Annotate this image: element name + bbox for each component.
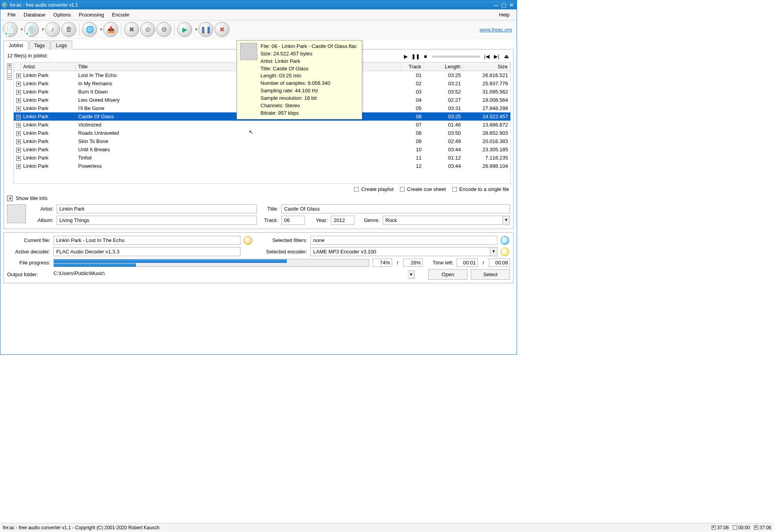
cell-track: 08 xyxy=(400,130,424,136)
player-pause-icon[interactable]: ❚❚ xyxy=(411,52,420,61)
cell-track: 05 xyxy=(400,105,424,112)
clear-button[interactable]: 🗑 xyxy=(61,22,76,37)
cell-artist: Linkin Park xyxy=(21,105,76,112)
album-input[interactable] xyxy=(57,216,257,225)
cell-size: 7.116.235 xyxy=(463,154,510,161)
table-row[interactable]: ✕Linkin ParkRoads Untraveled0803:5028.65… xyxy=(14,129,510,137)
settings-config-button[interactable]: ⚙ xyxy=(156,22,171,37)
create-cuesheet-checkbox[interactable]: Create cue sheet xyxy=(400,186,446,192)
row-checkbox[interactable]: ✕ xyxy=(16,164,21,169)
show-title-checkbox[interactable]: ✕ xyxy=(7,196,13,201)
cell-length: 03:44 xyxy=(424,163,463,169)
add-files-dropdown[interactable]: ▼ xyxy=(19,28,23,31)
row-checkbox[interactable]: ✕ xyxy=(16,82,21,86)
table-row[interactable]: ✕Linkin ParkTinfoil1101:127.116.235 xyxy=(14,154,510,162)
cell-track: 07 xyxy=(400,121,424,128)
cell-length: 02:27 xyxy=(424,97,463,103)
col-check[interactable] xyxy=(14,62,21,71)
album-label: Album: xyxy=(30,217,53,223)
settings-general-button[interactable]: ✖ xyxy=(124,22,139,37)
select-folder-button[interactable]: Select xyxy=(471,269,510,280)
track-input[interactable] xyxy=(281,216,305,225)
play-dropdown[interactable]: ▼ xyxy=(193,28,197,31)
metadata-panel: Artist: Title: Album: Track: Year: Genre… xyxy=(6,203,511,226)
table-row[interactable]: ✕Linkin ParkSkin To Bone0902:4920.016.38… xyxy=(14,137,510,145)
minimize-button[interactable]: — xyxy=(492,2,499,8)
create-playlist-checkbox[interactable]: Create playlist xyxy=(354,186,393,192)
row-checkbox[interactable]: ✕ xyxy=(16,90,21,95)
refresh-file-icon[interactable] xyxy=(244,236,252,245)
tooltip-length: Length: 03:25 min xyxy=(260,72,357,80)
menu-file[interactable]: File xyxy=(4,10,20,19)
play-button[interactable]: ▶ xyxy=(177,22,192,37)
cddb-dropdown[interactable]: ▼ xyxy=(98,28,102,31)
cddb-submit-button[interactable]: 📤 xyxy=(103,22,118,37)
stop-button[interactable]: ✖ xyxy=(215,22,229,37)
pause-button[interactable]: ❚❚ xyxy=(198,22,213,37)
row-checkbox[interactable]: ✕ xyxy=(16,131,21,136)
remove-button[interactable]: ♪ xyxy=(45,22,60,37)
cddb-query-button[interactable]: 🌐 xyxy=(82,22,97,37)
table-row[interactable]: ✕Linkin ParkPowerless1203:4426.998.104 xyxy=(14,162,510,170)
genre-input[interactable] xyxy=(383,216,503,225)
output-folder-dropdown[interactable]: ▼ xyxy=(408,270,415,279)
menu-help[interactable]: Help xyxy=(495,10,514,19)
settings-encoder-button[interactable]: ⊘ xyxy=(140,22,155,37)
col-size[interactable]: Size xyxy=(463,62,510,71)
col-track[interactable]: Track xyxy=(400,62,424,71)
encoder-value[interactable]: LAME MP3 Encoder v3.100 xyxy=(310,247,490,256)
title-label: Title: xyxy=(260,206,278,212)
tab-tags[interactable]: Tags xyxy=(29,40,50,50)
cell-title: Powerless xyxy=(76,163,400,169)
menu-processing[interactable]: Processing xyxy=(75,10,108,19)
table-row[interactable]: ✕Linkin ParkUntil It Breaks1003:4423.305… xyxy=(14,145,510,154)
maximize-button[interactable]: ▢ xyxy=(500,2,507,8)
add-cd-dropdown[interactable]: ▼ xyxy=(40,28,44,31)
select-all-checkbox[interactable]: ✕ xyxy=(7,63,12,68)
player-eject-icon[interactable]: ⏏ xyxy=(502,52,511,61)
row-checkbox[interactable]: ✕ xyxy=(16,123,21,128)
select-none-checkbox[interactable] xyxy=(7,69,12,74)
genre-dropdown[interactable]: ▼ xyxy=(503,216,510,225)
row-checkbox[interactable]: ✕ xyxy=(16,98,21,103)
website-link[interactable]: www.freac.org xyxy=(480,27,512,33)
row-checkbox[interactable]: ✕ xyxy=(16,156,21,161)
cell-artist: Linkin Park xyxy=(21,146,76,153)
encoder-settings-icon[interactable] xyxy=(501,248,509,256)
col-length[interactable]: Length xyxy=(424,62,463,71)
row-checkbox[interactable]: ✕ xyxy=(16,106,21,111)
titlebar[interactable]: fre:ac - free audio converter v1.1 — ▢ ✕ xyxy=(0,0,517,9)
player-next-icon[interactable]: ▶| xyxy=(492,52,501,61)
tab-logs[interactable]: Logs xyxy=(51,40,72,50)
progress-pct1: 74% xyxy=(372,259,392,267)
artist-input[interactable] xyxy=(57,204,257,213)
cell-length: 03:21 xyxy=(424,80,463,87)
output-folder-value[interactable]: C:\Users\Public\Music\ xyxy=(53,270,408,279)
select-toggle-checkbox[interactable]: ✓ xyxy=(7,75,12,80)
player-stop-icon[interactable]: ■ xyxy=(421,52,430,61)
cell-size: 20.016.383 xyxy=(463,138,510,145)
add-files-button[interactable]: 📄 xyxy=(3,22,18,37)
encoder-dropdown[interactable]: ▼ xyxy=(490,247,497,256)
row-checkbox[interactable]: ✕ xyxy=(16,139,21,144)
row-checkbox[interactable]: ✕ xyxy=(16,73,21,78)
menu-database[interactable]: Database xyxy=(20,10,50,19)
encode-single-checkbox[interactable]: Encode to a single file xyxy=(452,186,509,192)
filters-settings-icon[interactable] xyxy=(501,236,509,245)
row-checkbox[interactable]: ✕ xyxy=(16,115,21,119)
cell-size: 25.937.778 xyxy=(463,80,510,87)
open-folder-button[interactable]: Open xyxy=(428,269,468,280)
player-play-icon[interactable]: ▶ xyxy=(402,52,410,61)
title-input[interactable] xyxy=(281,204,510,213)
menu-options[interactable]: Options xyxy=(50,10,75,19)
player-prev-icon[interactable]: |◀ xyxy=(482,52,491,61)
player-seek-slider[interactable] xyxy=(433,56,480,57)
col-artist[interactable]: Artist xyxy=(21,62,76,71)
year-input[interactable] xyxy=(331,216,354,225)
table-row[interactable]: ✕Linkin ParkVictimized0701:4613.686.672 xyxy=(14,121,510,129)
row-checkbox[interactable]: ✕ xyxy=(16,148,21,152)
menu-encode[interactable]: Encode xyxy=(108,10,133,19)
tab-joblist[interactable]: Joblist xyxy=(4,40,28,50)
close-button[interactable]: ✕ xyxy=(508,2,515,8)
add-cd-button[interactable]: 💿 xyxy=(24,22,39,37)
